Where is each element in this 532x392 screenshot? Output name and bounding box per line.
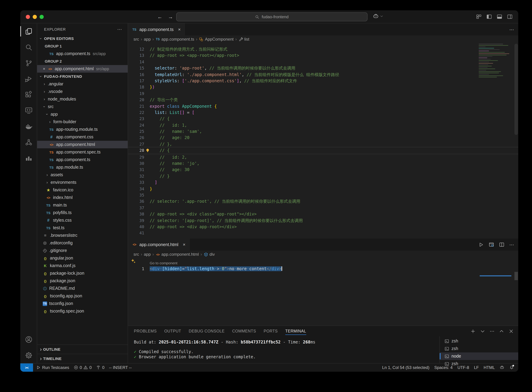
lightbulb-icon[interactable] xyxy=(145,148,150,153)
tree-folder-.angular[interactable]: ›.angular xyxy=(37,80,128,88)
code-line[interactable]: 28 // { xyxy=(128,147,518,154)
statusbar-ports[interactable]: 0 xyxy=(96,365,104,370)
tree-item-tsconfig.app.json[interactable]: {}tsconfig.app.json xyxy=(37,292,128,300)
panel-tab-ports[interactable]: PORTS xyxy=(264,326,278,336)
open-editors-section[interactable]: › OPEN EDITORS xyxy=(37,35,128,42)
code-line[interactable]: 35 xyxy=(128,192,518,198)
code-line[interactable]: 33 ] xyxy=(128,179,518,186)
codelens-link[interactable]: Go to component xyxy=(150,260,177,266)
tab-app-component-html[interactable]: <> app.component.html × xyxy=(128,238,190,251)
code-line[interactable]: 16 templateUrl: './app.component.html', … xyxy=(128,71,518,78)
terminal-tab-node[interactable]: node xyxy=(440,352,518,360)
tree-item-app-routing.module.ts[interactable]: TSapp-routing.module.ts xyxy=(37,126,128,133)
code-line[interactable]: 37 xyxy=(128,205,518,211)
code-line[interactable]: 12// 制定组件的使用方式，当前问标记形式 xyxy=(128,46,518,52)
breadcrumb-item[interactable]: src xyxy=(134,252,139,257)
panel-right-icon[interactable] xyxy=(507,14,513,20)
terminal-tab-zsh[interactable]: zsh xyxy=(440,360,518,368)
tree-item-tsconfig.json[interactable]: TStsconfig.json xyxy=(37,300,128,307)
statusbar-notifications[interactable] xyxy=(509,365,514,370)
statusbar-run-testcases[interactable]: Run Testcases xyxy=(36,365,69,370)
tree-item-app.component.html[interactable]: <>app.component.html xyxy=(37,141,128,148)
code-line[interactable]: 14 xyxy=(128,59,518,65)
editor-more-actions-icon[interactable]: ⋯ xyxy=(509,27,514,32)
tree-item-tsconfig.spec.json[interactable]: {}tsconfig.spec.json xyxy=(37,307,128,315)
open-editor-item[interactable]: ×<>app.component.htmlsrc/app xyxy=(37,65,128,73)
tree-item-karma.conf.js[interactable]: Kkarma.conf.js xyxy=(37,262,128,270)
code-line[interactable]: 25 // name: 'sam', xyxy=(128,128,518,135)
code-line[interactable]: 22 list: List[] = [ xyxy=(128,109,518,116)
code-editor-html[interactable]: Go to component 1 <div·[hidden]="list.le… xyxy=(128,258,518,326)
layout-grid-icon[interactable] xyxy=(476,14,482,20)
code-line[interactable]: 17 styleUrls: ['./app.component.css'], /… xyxy=(128,78,518,84)
close-icon[interactable]: × xyxy=(41,66,47,71)
breadcrumb-item[interactable]: app xyxy=(144,252,151,257)
panel-tab-debug-console[interactable]: DEBUG CONSOLE xyxy=(189,326,224,336)
tree-folder-node_modules[interactable]: ›node_modules xyxy=(37,95,128,103)
tree-item-index.html[interactable]: <>index.html xyxy=(37,194,128,201)
remote-indicator[interactable]: >< xyxy=(20,364,33,372)
code-line[interactable]: 18}) xyxy=(128,84,518,90)
tree-folder-app[interactable]: ›app xyxy=(37,111,128,118)
activity-remote-explorer[interactable] xyxy=(20,103,37,118)
breadcrumb-item[interactable]: TSapp.component.ts xyxy=(155,37,194,42)
tree-item-app.module.ts[interactable]: TSapp.module.ts xyxy=(37,163,128,171)
editor-more-actions-icon[interactable]: ⋯ xyxy=(509,242,514,247)
statusbar-cursor-position[interactable]: Ln 1, Col 54 (53 selected) xyxy=(382,365,429,370)
code-line[interactable]: 21export class AppComponent { xyxy=(128,103,518,109)
close-window-button[interactable] xyxy=(26,15,30,19)
code-line[interactable]: 40// app-root => <div app-root></div> xyxy=(128,224,518,230)
code-line[interactable]: 13// app-root => <app-root></app-root> xyxy=(128,52,518,59)
minimize-window-button[interactable] xyxy=(33,15,37,19)
tree-folder-src[interactable]: ›src xyxy=(37,103,128,111)
tree-item-.gitignore[interactable]: .gitignore xyxy=(37,247,128,254)
minimap[interactable] xyxy=(479,44,513,99)
panel-tab-comments[interactable]: COMMENTS xyxy=(232,326,256,336)
command-center[interactable]: fudao-frontend xyxy=(176,12,368,21)
statusbar-vim-mode[interactable]: -- INSERT -- xyxy=(109,365,132,370)
panel-tab-terminal[interactable]: TERMINAL xyxy=(285,326,306,336)
code-line[interactable]: 1 <div·[hidden]="list.length·>·0">no·mor… xyxy=(128,266,518,272)
tree-item-test.ts[interactable]: TStest.ts xyxy=(37,224,128,232)
tree-folder-.vscode[interactable]: ›.vscode xyxy=(37,88,128,95)
tree-folder-form-builder[interactable]: ›form-builder xyxy=(37,118,128,126)
code-line[interactable]: 36// selector: '.app-root', // 当前组件调用的时候… xyxy=(128,198,518,205)
code-line[interactable]: 34} xyxy=(128,186,518,192)
tree-item-package-lock.json[interactable]: {}package-lock.json xyxy=(37,270,128,277)
terminal-tab-zsh[interactable]: zsh xyxy=(440,337,518,345)
activity-explorer[interactable] xyxy=(20,23,37,39)
activity-run-debug[interactable] xyxy=(20,71,37,87)
close-tab-icon[interactable]: × xyxy=(178,27,181,32)
code-line[interactable]: 19 xyxy=(128,90,518,97)
tree-item-polyfills.ts[interactable]: TSpolyfills.ts xyxy=(37,209,128,216)
panel-left-icon[interactable] xyxy=(486,14,492,20)
tree-item-angular.json[interactable]: {}angular.json xyxy=(37,254,128,262)
tree-item-.editorconfig[interactable]: .editorconfig xyxy=(37,239,128,247)
plus-icon[interactable] xyxy=(470,328,476,334)
panel-more-icon[interactable]: ⋯ xyxy=(490,328,495,334)
activity-docker[interactable] xyxy=(20,118,37,134)
tree-item-app.component.css[interactable]: #app.component.css xyxy=(37,133,128,141)
activity-settings[interactable] xyxy=(20,347,37,363)
tree-folder-assets[interactable]: ›assets xyxy=(37,171,128,179)
timeline-section[interactable]: › TIMELINE xyxy=(37,354,128,363)
tree-item-main.ts[interactable]: TSmain.ts xyxy=(37,201,128,209)
open-editor-item[interactable]: TSapp.component.tssrc/app xyxy=(37,50,128,57)
terminal-tab-zsh[interactable]: zsh xyxy=(440,345,518,352)
code-line[interactable]: 31 // age: 30 xyxy=(128,167,518,173)
run-icon[interactable] xyxy=(478,242,484,247)
chev-down-icon[interactable] xyxy=(480,328,485,334)
breadcrumb-item[interactable]: app xyxy=(144,37,151,42)
tree-item-favicon.ico[interactable]: ★favicon.ico xyxy=(37,186,128,194)
code-line[interactable]: 24 // id: 1, xyxy=(128,122,518,128)
panel-tab-output[interactable]: OUTPUT xyxy=(164,326,181,336)
code-line[interactable]: 41 xyxy=(128,230,518,236)
code-line[interactable]: 27 // }, xyxy=(128,141,518,147)
scrollbar[interactable] xyxy=(514,272,518,280)
breadcrumb-item[interactable]: src xyxy=(134,37,139,42)
tab-app-component-ts[interactable]: TS app.component.ts × xyxy=(128,23,185,35)
code-line[interactable]: 20// 导出一个类 xyxy=(128,97,518,103)
panel-bottom-icon[interactable] xyxy=(497,14,502,20)
activity-search[interactable] xyxy=(20,39,37,55)
code-line[interactable]: 26 // age: 20 xyxy=(128,135,518,141)
